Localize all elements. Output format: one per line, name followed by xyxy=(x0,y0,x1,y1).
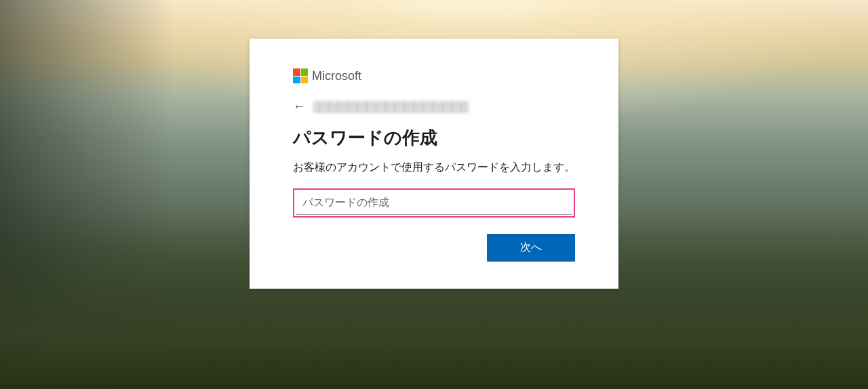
password-input[interactable] xyxy=(296,191,572,215)
button-row: 次へ xyxy=(293,234,575,262)
password-input-highlight xyxy=(293,188,575,218)
page-description: お客様のアカウントで使用するパスワードを入力します。 xyxy=(293,159,575,176)
next-button[interactable]: 次へ xyxy=(487,234,575,262)
page-title: パスワードの作成 xyxy=(293,126,575,150)
brand-row: Microsoft xyxy=(293,68,575,83)
identity-blurred xyxy=(313,101,469,113)
signup-card: Microsoft ← パスワードの作成 お客様のアカウントで使用するパスワード… xyxy=(250,39,618,289)
microsoft-logo-icon xyxy=(293,68,308,83)
brand-name: Microsoft xyxy=(312,69,361,83)
identity-row: ← xyxy=(293,100,575,114)
back-arrow-icon[interactable]: ← xyxy=(293,100,305,114)
background-overlay xyxy=(0,0,174,389)
